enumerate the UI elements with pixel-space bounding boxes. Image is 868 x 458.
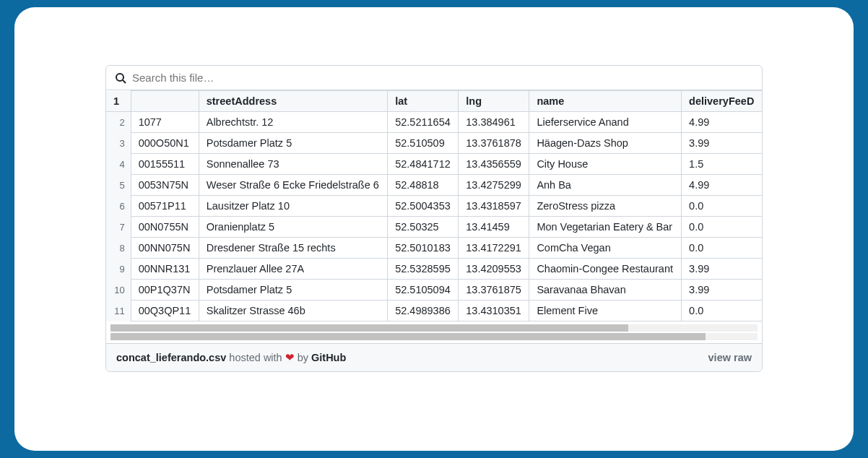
github-link[interactable]: GitHub [311, 352, 346, 363]
cell: 52.48818 [388, 175, 459, 196]
csv-table: 1 streetAddress lat lng name deliveryFee… [106, 90, 762, 321]
cell: Oranienplatz 5 [199, 217, 387, 238]
horizontal-scrollbar[interactable] [110, 324, 758, 332]
cell: 1077 [131, 112, 199, 133]
cell: Saravanaa Bhavan [529, 280, 682, 301]
cell: Potsdamer Platz 5 [199, 133, 387, 154]
line-number-cell: 11 [106, 301, 131, 321]
scrollbar-thumb[interactable] [110, 333, 706, 340]
line-number-cell: 5 [106, 175, 131, 196]
cell: 4.99 [682, 112, 762, 133]
cell: 00Q3QP11 [131, 301, 199, 321]
cell: 0.0 [682, 196, 762, 217]
cell: 000O50N1 [131, 133, 199, 154]
cell: 13.4275299 [459, 175, 529, 196]
cell: 52.4841712 [388, 154, 459, 175]
footer-text: hosted with [229, 352, 282, 363]
cell: 52.5328595 [388, 259, 459, 280]
table-row: 10 00P1Q37N Potsdamer Platz 5 52.5105094… [106, 280, 762, 301]
cell: 13.384961 [459, 112, 529, 133]
column-header: lat [388, 91, 459, 112]
svg-point-0 [116, 74, 123, 81]
cell: 0.0 [682, 301, 762, 321]
table-row: 3 000O50N1 Potsdamer Platz 5 52.510509 1… [106, 133, 762, 154]
table-row: 11 00Q3QP11 Skalitzer Strasse 46b 52.498… [106, 301, 762, 321]
line-number-cell: 3 [106, 133, 131, 154]
cell: Chaomin-Congee Restaurant [529, 259, 682, 280]
cell: Lieferservice Anand [529, 112, 682, 133]
search-bar [106, 66, 762, 90]
cell: 00N0755N [131, 217, 199, 238]
cell: 13.4310351 [459, 301, 529, 321]
cell: 3.99 [682, 133, 762, 154]
cell: 00155511 [131, 154, 199, 175]
cell: Weser Straße 6 Ecke Friedelstraße 6 [199, 175, 387, 196]
table-row: 7 00N0755N Oranienplatz 5 52.50325 13.41… [106, 217, 762, 238]
cell: 13.3761878 [459, 133, 529, 154]
cell: 52.5211654 [388, 112, 459, 133]
line-number-cell: 10 [106, 280, 131, 301]
cell: 4.99 [682, 175, 762, 196]
gist-footer: concat_lieferando.csv hosted with ❤ by G… [106, 343, 762, 371]
svg-line-1 [123, 80, 126, 83]
cell: 52.50325 [388, 217, 459, 238]
cell: Häagen-Dazs Shop [529, 133, 682, 154]
cell: 13.4209553 [459, 259, 529, 280]
search-input[interactable] [132, 72, 753, 84]
footer-text: by [298, 352, 308, 363]
cell: 52.5004353 [388, 196, 459, 217]
cell: City House [529, 154, 682, 175]
line-number-cell: 9 [106, 259, 131, 280]
cell: 52.4989386 [388, 301, 459, 321]
cell: 1.5 [682, 154, 762, 175]
page-card: 1 streetAddress lat lng name deliveryFee… [14, 7, 854, 451]
cell: 0.0 [682, 217, 762, 238]
table-row: 2 1077 Albrechtstr. 12 52.5211654 13.384… [106, 112, 762, 133]
column-header [131, 91, 199, 112]
cell: Lausitzer Platz 10 [199, 196, 387, 217]
cell: 13.4318597 [459, 196, 529, 217]
view-raw-link[interactable]: view raw [708, 352, 752, 363]
table-scroll-area[interactable]: 1 streetAddress lat lng name deliveryFee… [106, 90, 762, 321]
scrollbar-area [106, 321, 762, 343]
cell: 13.41459 [459, 217, 529, 238]
cell: ComCha Vegan [529, 238, 682, 259]
cell: 52.510509 [388, 133, 459, 154]
cell: Prenzlauer Allee 27A [199, 259, 387, 280]
cell: 3.99 [682, 280, 762, 301]
line-number-cell: 6 [106, 196, 131, 217]
line-number-cell: 8 [106, 238, 131, 259]
table-row: 9 00NNR131 Prenzlauer Allee 27A 52.53285… [106, 259, 762, 280]
table-row: 4 00155511 Sonnenallee 73 52.4841712 13.… [106, 154, 762, 175]
cell: 52.5105094 [388, 280, 459, 301]
cell: 00571P11 [131, 196, 199, 217]
cell: Element Five [529, 301, 682, 321]
column-header: lng [459, 91, 529, 112]
cell: ZeroStress pizza [529, 196, 682, 217]
line-number-cell: 4 [106, 154, 131, 175]
cell: 0053N75N [131, 175, 199, 196]
heart-icon: ❤ [285, 351, 295, 364]
search-icon [115, 72, 126, 84]
cell: Skalitzer Strasse 46b [199, 301, 387, 321]
filename-link[interactable]: concat_lieferando.csv [116, 352, 226, 363]
line-number-cell: 7 [106, 217, 131, 238]
line-number-cell: 1 [106, 91, 131, 112]
table-row: 6 00571P11 Lausitzer Platz 10 52.5004353… [106, 196, 762, 217]
cell: Albrechtstr. 12 [199, 112, 387, 133]
cell: 00NNR131 [131, 259, 199, 280]
horizontal-scrollbar[interactable] [110, 333, 758, 340]
scrollbar-thumb[interactable] [110, 324, 628, 332]
cell: Potsdamer Platz 5 [199, 280, 387, 301]
column-header: streetAddress [199, 91, 387, 112]
cell: Mon Vegetarian Eatery & Bar [529, 217, 682, 238]
cell: 13.3761875 [459, 280, 529, 301]
table-row: 8 00NN075N Dresdener Straße 15 rechts 52… [106, 238, 762, 259]
line-number-cell: 2 [106, 112, 131, 133]
cell: 00NN075N [131, 238, 199, 259]
cell: 0.0 [682, 238, 762, 259]
gist-container: 1 streetAddress lat lng name deliveryFee… [105, 65, 763, 372]
cell: Anh Ba [529, 175, 682, 196]
cell: Dresdener Straße 15 rechts [199, 238, 387, 259]
column-header: name [529, 91, 682, 112]
